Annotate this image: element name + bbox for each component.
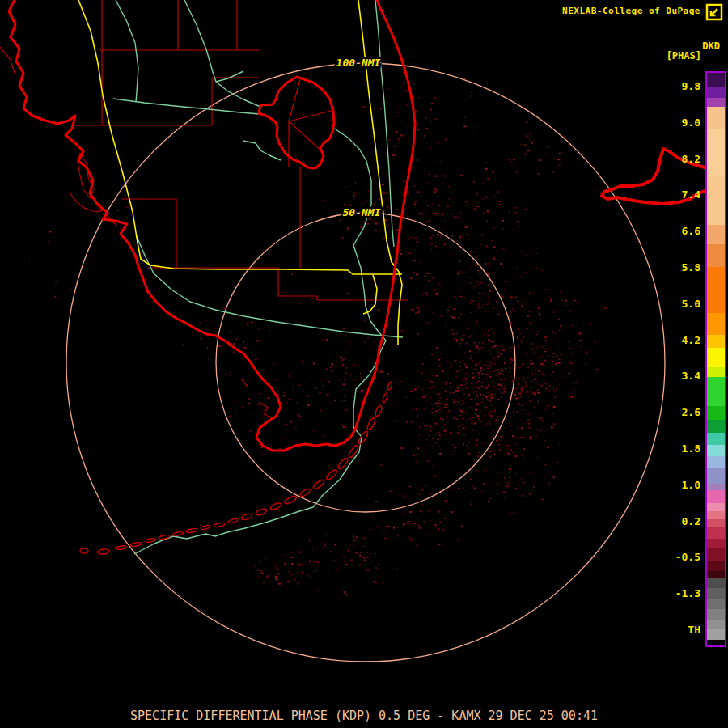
color-scale-segment xyxy=(707,335,725,348)
color-scale-segment xyxy=(707,511,725,519)
color-scale-segment xyxy=(707,519,725,527)
color-scale-segment xyxy=(707,87,725,98)
radar-display: 100 NMI 50 NMI NEXLAB-College of DuPage … xyxy=(0,0,728,728)
range-ring-label-100nmi: 100 NMI xyxy=(336,57,381,69)
color-scale-segment xyxy=(707,420,725,433)
college-of-dupage-logo-icon xyxy=(705,2,724,22)
color-scale-segment xyxy=(707,578,725,588)
color-scale-segment xyxy=(707,548,725,561)
product-units-label: [PHAS] xyxy=(667,50,701,61)
color-scale-tick-label: 6.6 xyxy=(652,225,700,238)
color-scale-tick-label: 5.0 xyxy=(652,298,700,311)
color-scale-tick-label: TH xyxy=(652,624,700,637)
color-scale-tick-label: 3.4 xyxy=(652,370,700,383)
site-title: NEXLAB-College of DuPage xyxy=(562,6,700,16)
florida-keys-outlines xyxy=(80,382,392,555)
lake-okeechobee-outline xyxy=(259,77,334,168)
color-scale-segment xyxy=(707,377,725,406)
major-roads xyxy=(78,0,402,345)
color-scale-segment xyxy=(707,484,725,490)
color-scale-segment xyxy=(707,244,725,267)
color-scale-segment xyxy=(707,225,725,244)
product-caption: SPECIFIC DIFFERENTIAL PHASE (KDP) 0.5 DE… xyxy=(0,709,728,723)
color-scale-tick-label: 9.0 xyxy=(652,116,700,129)
range-ring-50nmi xyxy=(216,213,515,512)
color-scale-segment xyxy=(707,503,725,511)
color-scale-segment xyxy=(707,620,725,629)
radar-map: 100 NMI 50 NMI xyxy=(0,0,728,728)
color-scale-segment xyxy=(707,176,725,225)
color-scale-segment xyxy=(707,468,725,484)
color-scale-segment xyxy=(707,588,725,599)
color-scale-segment xyxy=(707,348,725,367)
range-ring-label-50nmi: 50 NMI xyxy=(343,206,381,218)
color-scale-segment xyxy=(707,599,725,609)
color-scale-segment xyxy=(707,107,725,129)
color-scale-segment xyxy=(707,527,725,539)
color-scale-tick-label: 8.2 xyxy=(652,153,700,166)
color-scale-segment xyxy=(707,609,725,620)
color-scale-segment xyxy=(707,571,725,578)
color-scale-segment xyxy=(707,433,725,445)
color-scale-tick-label: 1.8 xyxy=(652,442,700,455)
color-scale-segment xyxy=(707,490,725,503)
color-scale-segment xyxy=(707,561,725,571)
color-scale-segment xyxy=(707,456,725,468)
range-ring-100nmi xyxy=(66,63,665,662)
product-code-label: DKD xyxy=(702,40,720,52)
color-scale-tick-label: 4.2 xyxy=(652,334,700,347)
color-scale-segment xyxy=(707,129,725,176)
color-scale-segment xyxy=(707,640,725,645)
color-scale-tick-label: 9.8 xyxy=(652,80,700,93)
color-scale-segment xyxy=(707,98,725,107)
color-scale-bar xyxy=(705,71,726,647)
color-scale-segment xyxy=(707,267,725,313)
color-scale-segment xyxy=(707,629,725,640)
color-scale-tick-label: 0.2 xyxy=(652,515,700,528)
color-scale-segment xyxy=(707,406,725,420)
range-rings xyxy=(66,63,665,662)
color-scale-segment xyxy=(707,445,725,456)
color-scale-tick-label: 5.8 xyxy=(652,261,700,274)
color-scale-tick-label: 7.4 xyxy=(652,188,700,201)
color-scale-tick-label: 2.6 xyxy=(652,406,700,419)
color-scale-segment xyxy=(707,367,725,377)
color-scale-tick-label: 1.0 xyxy=(652,479,700,492)
radar-echoes xyxy=(29,78,607,595)
color-scale-segment xyxy=(707,539,725,548)
color-scale-tick-label: -0.5 xyxy=(652,551,700,564)
color-scale-segment xyxy=(707,73,725,87)
color-scale-segment xyxy=(707,313,725,335)
color-scale-tick-label: -1.3 xyxy=(652,587,700,600)
